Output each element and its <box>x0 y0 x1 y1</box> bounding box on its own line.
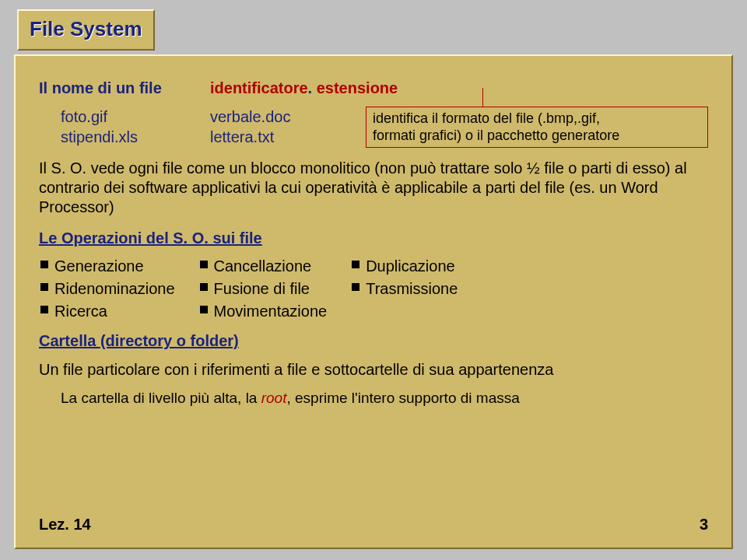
root-word: root <box>261 390 287 406</box>
extension-word: estensione <box>317 79 398 96</box>
footer-bar: Lez. 14 3 <box>39 516 708 534</box>
bullet-item: Duplicazione <box>350 255 458 278</box>
examples-row: foto.gif stipendi.xls verbale.doc letter… <box>39 107 708 148</box>
filename-label: Il nome di un file <box>39 79 210 97</box>
folder-heading: Cartella (directory o folder) <box>39 332 708 350</box>
os-paragraph: Il S. O. vede ogni file come un blocco m… <box>39 159 708 217</box>
folder-description: Un file particolare con i riferimenti a … <box>39 359 708 380</box>
extension-callout: identifica il formato del file (.bmp,.gi… <box>366 107 708 148</box>
bullet-item: Ricerca <box>39 300 175 323</box>
identifier-word: identificatore <box>210 79 308 96</box>
filename-pattern-row: Il nome di un file identificatore. esten… <box>39 79 708 97</box>
bullet-item: Ridenominazione <box>39 278 175 300</box>
examples-col1: foto.gif stipendi.xls <box>39 107 210 148</box>
root-description: La cartella di livello più alta, la root… <box>39 389 708 408</box>
filename-pattern: identificatore. estensione <box>210 79 708 97</box>
callout-line2: formati grafici) o il pacchetto generato… <box>373 128 701 145</box>
bullet-item: Fusione di file <box>198 278 328 300</box>
callout-line1: identifica il formato del file (.bmp,.gi… <box>373 110 701 128</box>
dot-separator: . <box>308 79 317 96</box>
example-file: lettera.txt <box>210 127 366 147</box>
example-file: foto.gif <box>61 107 210 127</box>
root-text-b: , esprime l'intero supporto di massa <box>286 390 519 406</box>
bullet-item: Movimentazione <box>198 300 328 323</box>
root-text-a: La cartella di livello più alta, la <box>61 390 261 406</box>
bullets-col3: Duplicazione Trasmissione <box>350 255 458 323</box>
examples-col2: verbale.doc lettera.txt <box>210 107 366 148</box>
bullets-col2: Cancellazione Fusione di file Movimentaz… <box>198 255 328 323</box>
content-area: Il nome di un file identificatore. esten… <box>39 79 708 534</box>
callout-connector <box>482 88 483 107</box>
bullets-col1: Generazione Ridenominazione Ricerca <box>39 255 175 323</box>
example-file: stipendi.xls <box>61 127 210 147</box>
bullet-item: Trasmissione <box>350 278 458 300</box>
operations-bullets: Generazione Ridenominazione Ricerca Canc… <box>39 255 708 323</box>
bullet-item: Cancellazione <box>198 255 328 278</box>
slide-body: Il nome di un file identificatore. esten… <box>14 54 733 549</box>
slide-title: File System <box>30 17 142 41</box>
slide-title-box: File System <box>17 9 155 51</box>
callout-wrap: identifica il formato del file (.bmp,.gi… <box>366 107 708 148</box>
example-file: verbale.doc <box>210 107 366 127</box>
operations-heading: Le Operazioni del S. O. sui file <box>39 229 708 247</box>
bullet-item: Generazione <box>39 255 175 278</box>
lesson-number: Lez. 14 <box>39 516 91 534</box>
page-number: 3 <box>700 516 708 534</box>
